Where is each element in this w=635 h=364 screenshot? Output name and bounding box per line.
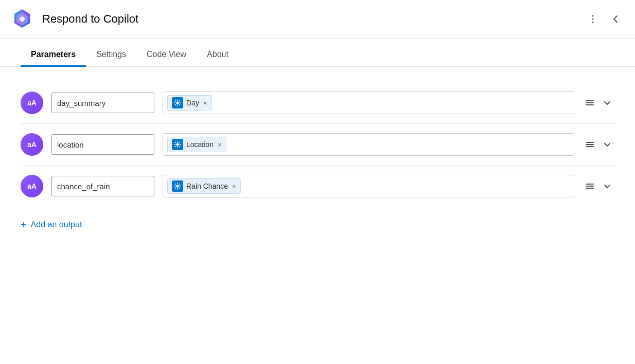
param-value-box-day-summary[interactable]: Day × (163, 92, 574, 114)
svg-point-28 (176, 185, 179, 187)
param-name-day-summary[interactable] (51, 93, 154, 113)
more-vertical-icon (588, 14, 598, 24)
add-output-label: Add an output (31, 220, 82, 229)
chevron-down-icon-rain-svg (602, 181, 612, 191)
chevron-down-icon-location[interactable] (600, 137, 614, 152)
token-close-location[interactable]: × (218, 141, 222, 148)
svg-point-16 (176, 143, 179, 145)
svg-line-24 (175, 146, 176, 147)
header: Respond to Copilot (0, 0, 635, 39)
sun-icon (174, 99, 181, 106)
svg-point-4 (176, 101, 179, 104)
token-label-day: Day (186, 99, 199, 107)
hamburger-icon-rain (585, 181, 595, 191)
more-options-button[interactable] (584, 10, 602, 28)
svg-rect-15 (586, 104, 594, 105)
param-row-day-summary: aA Day (21, 82, 614, 124)
svg-line-36 (175, 188, 176, 188)
svg-line-23 (179, 142, 180, 143)
parameters-panel: aA Day (0, 67, 635, 245)
param-actions-location (583, 137, 614, 152)
tab-bar: Parameters Settings Code View About (0, 44, 635, 67)
back-button[interactable] (606, 10, 625, 28)
hamburger-icon (585, 98, 595, 108)
svg-line-22 (179, 146, 180, 147)
chevron-down-icon-day-summary[interactable] (600, 96, 614, 110)
tab-code-view[interactable]: Code View (136, 44, 197, 67)
app-logo (10, 7, 34, 31)
add-output-button[interactable]: + Add an output (21, 220, 614, 230)
tab-parameters[interactable]: Parameters (21, 44, 86, 67)
param-row-location: aA Location (21, 124, 614, 166)
add-output-plus-icon: + (21, 220, 27, 230)
hamburger-icon-location (585, 139, 595, 150)
chevron-down-icon (602, 98, 612, 108)
param-name-chance-of-rain[interactable] (51, 176, 154, 196)
svg-rect-39 (586, 188, 594, 189)
chevron-down-icon-rain[interactable] (600, 179, 614, 193)
token-rain-chance: Rain Chance × (167, 178, 241, 194)
svg-line-11 (179, 101, 180, 101)
avatar-location: aA (21, 133, 43, 156)
menu-icon-day-summary[interactable] (583, 96, 597, 110)
token-icon-day (172, 97, 183, 108)
token-close-rain-chance[interactable]: × (232, 183, 236, 190)
svg-line-35 (179, 184, 180, 185)
avatar-chance-of-rain: aA (21, 175, 43, 197)
svg-rect-37 (586, 184, 594, 185)
token-location: Location × (167, 137, 226, 152)
token-label-location: Location (186, 140, 214, 149)
chevron-down-icon-loc (602, 139, 612, 150)
tab-about[interactable]: About (197, 44, 239, 67)
token-close-day[interactable]: × (203, 100, 207, 106)
param-actions-day-summary (583, 96, 614, 110)
svg-point-1 (592, 15, 594, 17)
svg-rect-25 (586, 142, 594, 143)
token-icon-rain-chance (172, 180, 183, 192)
svg-point-0 (20, 16, 25, 22)
svg-line-33 (175, 184, 176, 185)
svg-rect-38 (586, 186, 594, 187)
tab-settings[interactable]: Settings (86, 44, 136, 67)
param-row-chance-of-rain: aA Rain Chanc (21, 166, 614, 207)
svg-line-9 (175, 101, 176, 101)
token-label-rain-chance: Rain Chance (186, 182, 228, 190)
token-icon-location (172, 139, 183, 150)
svg-line-34 (179, 188, 180, 188)
sun-icon-location (174, 141, 181, 148)
sun-icon-rain (174, 183, 181, 190)
menu-icon-location[interactable] (583, 137, 597, 152)
token-day: Day × (167, 95, 212, 111)
svg-rect-27 (586, 146, 594, 147)
menu-icon-chance-of-rain[interactable] (583, 179, 597, 193)
svg-point-2 (592, 19, 594, 20)
svg-rect-14 (586, 102, 594, 103)
svg-line-21 (175, 142, 176, 143)
svg-rect-26 (586, 144, 594, 145)
svg-line-12 (175, 104, 176, 105)
param-value-box-location[interactable]: Location × (163, 133, 574, 156)
page-title: Respond to Copilot (42, 12, 584, 26)
avatar-day-summary: aA (21, 92, 43, 114)
svg-rect-13 (586, 100, 594, 101)
param-actions-chance-of-rain (583, 179, 614, 193)
svg-point-3 (592, 22, 594, 23)
param-value-box-chance-of-rain[interactable]: Rain Chance × (163, 175, 574, 197)
svg-line-10 (179, 104, 180, 105)
chevron-left-icon (610, 14, 621, 24)
header-actions (584, 10, 625, 28)
param-name-location[interactable] (51, 134, 154, 155)
